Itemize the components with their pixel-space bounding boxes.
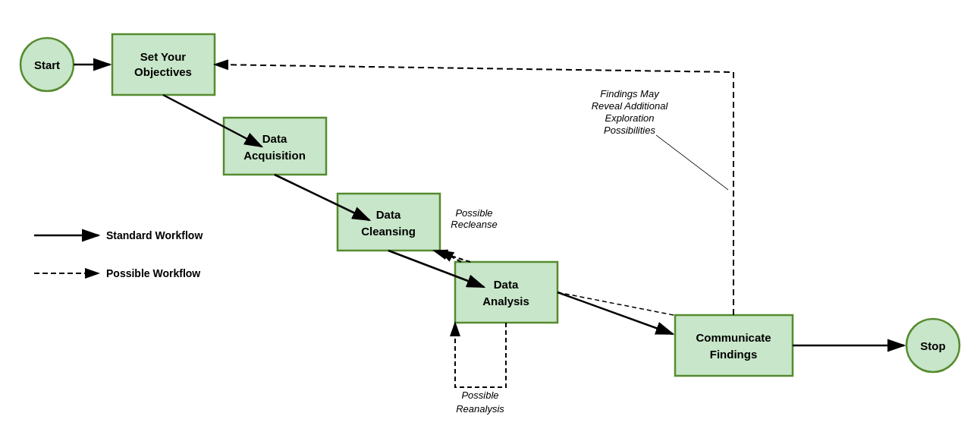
svg-text:Exploration: Exploration <box>605 112 654 124</box>
communicate-findings-label: Communicate <box>696 331 771 344</box>
findings-reveal-annotation: Findings May <box>600 88 660 99</box>
arrow-analysis-findings-dashed <box>558 292 674 315</box>
data-cleansing-node <box>338 194 440 251</box>
svg-text:Reanalysis: Reanalysis <box>456 403 504 415</box>
arrow-reanalysis-dashed <box>455 323 506 387</box>
svg-text:Objectives: Objectives <box>134 65 192 78</box>
data-analysis-label: Data <box>494 278 519 291</box>
data-cleansing-label: Data <box>376 208 401 221</box>
stop-label: Stop <box>920 339 945 352</box>
diagram-svg: Start Set Your Objectives Data Acquisiti… <box>0 0 980 432</box>
communicate-findings-node <box>675 315 793 376</box>
svg-text:Cleansing: Cleansing <box>361 225 416 238</box>
possible-recleanse-annotation: Possible <box>455 207 492 219</box>
legend-standard-label: Standard Workflow <box>106 229 203 241</box>
svg-text:Reveal Additional: Reveal Additional <box>592 100 669 112</box>
svg-text:Acquisition: Acquisition <box>243 149 306 162</box>
diagram-container: Start Set Your Objectives Data Acquisiti… <box>0 0 980 432</box>
legend-possible-label: Possible Workflow <box>106 267 200 279</box>
start-label: Start <box>34 58 60 71</box>
svg-text:Possibilities: Possibilities <box>604 125 655 136</box>
arrow-analysis-to-findings <box>558 292 673 334</box>
annotation-line-findings <box>656 135 728 190</box>
svg-text:Recleanse: Recleanse <box>451 219 497 230</box>
svg-text:Analysis: Analysis <box>482 295 529 307</box>
data-acquisition-label: Data <box>262 132 287 145</box>
data-acquisition-node <box>224 118 326 175</box>
set-objectives-node <box>112 34 215 95</box>
possible-reanalysis-annotation: Possible <box>461 389 498 401</box>
data-analysis-node <box>455 262 558 323</box>
set-objectives-label: Set Your <box>140 50 186 63</box>
svg-text:Findings: Findings <box>710 348 758 361</box>
arrow-recleanse-arrow <box>440 251 461 262</box>
